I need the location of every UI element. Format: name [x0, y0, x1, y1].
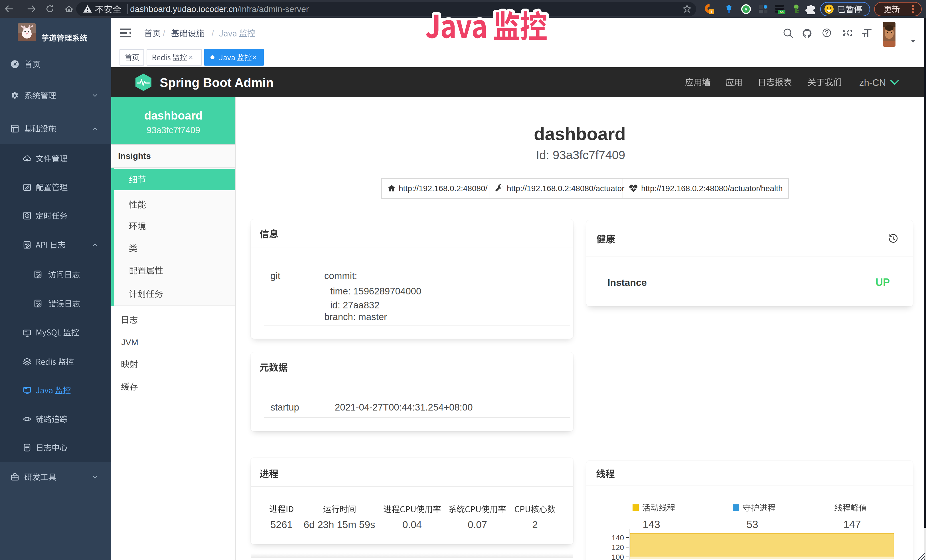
- svg-text:1: 1: [710, 10, 713, 14]
- svg-text:y: y: [745, 7, 747, 11]
- svg-text:on: on: [780, 10, 784, 14]
